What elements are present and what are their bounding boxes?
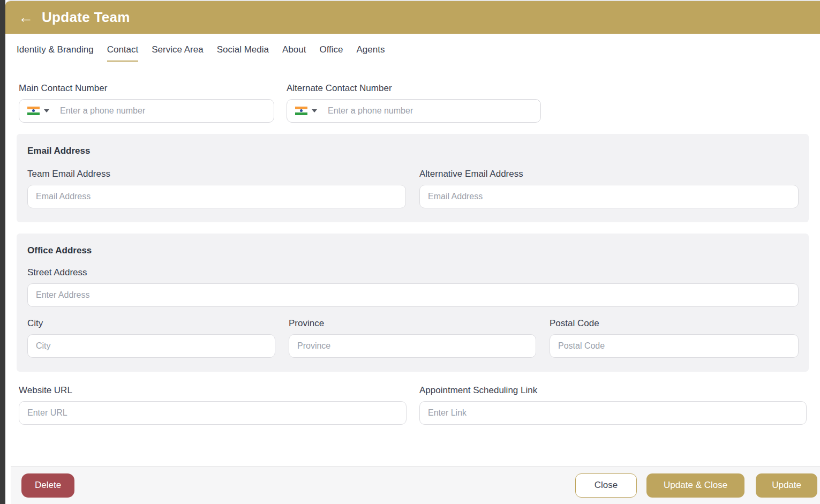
- website-url-input[interactable]: [19, 401, 407, 425]
- street-address-label: Street Address: [27, 267, 799, 278]
- tab-agents[interactable]: Agents: [357, 44, 385, 62]
- email-address-section: Email Address Team Email Address Alterna…: [17, 134, 809, 222]
- header-bar: ← Update Team: [5, 1, 820, 34]
- office-address-section: Office Address Street Address City Provi…: [17, 234, 809, 372]
- province-group: Province: [289, 307, 536, 358]
- street-address-group: Street Address: [27, 267, 799, 307]
- alternative-email-group: Alternative Email Address: [419, 157, 799, 208]
- postal-code-label: Postal Code: [550, 318, 799, 329]
- contact-tab-content: Main Contact Number: [5, 83, 820, 425]
- page-title: Update Team: [42, 9, 130, 26]
- chevron-down-icon: [44, 109, 49, 112]
- india-flag-icon: [27, 107, 40, 115]
- main-contact-label: Main Contact Number: [19, 83, 274, 94]
- team-email-label: Team Email Address: [27, 169, 406, 179]
- update-button[interactable]: Update: [756, 473, 817, 498]
- province-input[interactable]: [289, 334, 536, 358]
- tab-social-media[interactable]: Social Media: [217, 44, 269, 62]
- tab-about[interactable]: About: [282, 44, 306, 62]
- appointment-link-label: Appointment Scheduling Link: [419, 385, 807, 396]
- main-contact-group: Main Contact Number: [19, 83, 274, 123]
- alternate-contact-input[interactable]: [328, 100, 540, 122]
- phone-numbers-row: Main Contact Number: [17, 83, 820, 123]
- alternate-contact-group: Alternate Contact Number: [287, 83, 541, 123]
- tab-identity-branding[interactable]: Identity & Branding: [17, 44, 94, 62]
- postal-code-input[interactable]: [550, 334, 799, 358]
- alternate-contact-input-wrapper: [287, 99, 541, 123]
- india-flag-icon: [295, 107, 307, 115]
- main-contact-input[interactable]: [60, 100, 274, 122]
- website-url-label: Website URL: [19, 385, 407, 396]
- update-team-panel: ← Update Team Identity & Branding Contac…: [5, 0, 820, 504]
- delete-button[interactable]: Delete: [21, 473, 74, 498]
- links-row: Website URL Appointment Scheduling Link: [17, 385, 820, 425]
- tab-service-area[interactable]: Service Area: [152, 44, 203, 62]
- tab-bar: Identity & Branding Contact Service Area…: [5, 34, 820, 62]
- country-code-dropdown[interactable]: [295, 107, 317, 115]
- back-arrow-icon[interactable]: ←: [18, 10, 33, 25]
- appointment-link-input[interactable]: [419, 401, 807, 425]
- tab-contact[interactable]: Contact: [107, 44, 139, 62]
- team-email-input[interactable]: [27, 185, 406, 208]
- office-section-heading: Office Address: [27, 245, 799, 256]
- team-email-group: Team Email Address: [27, 157, 406, 208]
- tab-office[interactable]: Office: [319, 44, 343, 62]
- footer-action-bar: Delete Close Update & Close Update: [11, 466, 820, 504]
- alternative-email-input[interactable]: [419, 185, 799, 208]
- chevron-down-icon: [312, 109, 317, 112]
- update-team-modal: ← Update Team Identity & Branding Contac…: [0, 0, 820, 504]
- city-label: City: [27, 318, 275, 329]
- website-url-group: Website URL: [19, 385, 407, 425]
- update-and-close-button[interactable]: Update & Close: [646, 473, 744, 498]
- background-page-edge: [0, 0, 5, 504]
- country-code-dropdown[interactable]: [27, 107, 49, 115]
- postal-code-group: Postal Code: [550, 307, 799, 358]
- email-section-heading: Email Address: [27, 146, 799, 156]
- street-address-input[interactable]: [27, 283, 799, 307]
- province-label: Province: [289, 318, 536, 329]
- alternative-email-label: Alternative Email Address: [419, 169, 799, 179]
- appointment-link-group: Appointment Scheduling Link: [419, 385, 807, 425]
- alternate-contact-label: Alternate Contact Number: [287, 83, 541, 94]
- city-input[interactable]: [27, 334, 275, 358]
- close-button[interactable]: Close: [575, 473, 637, 498]
- city-group: City: [27, 307, 275, 358]
- main-contact-input-wrapper: [19, 99, 274, 123]
